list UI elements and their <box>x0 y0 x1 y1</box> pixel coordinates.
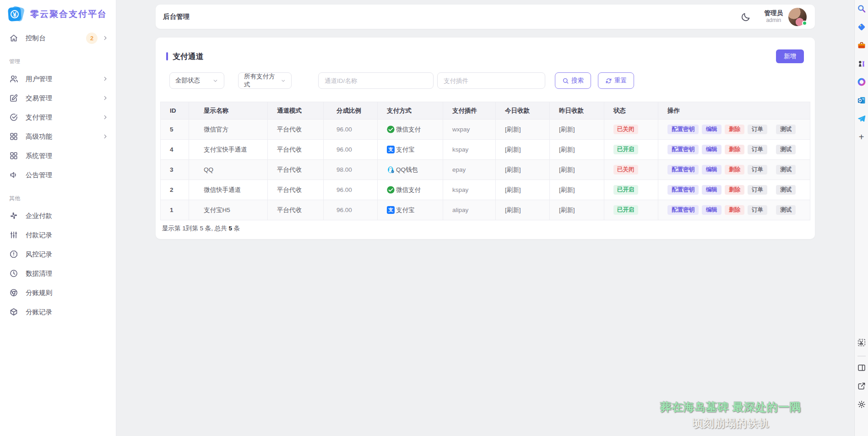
sidebar-item-split-rules[interactable]: 分账规则 <box>0 283 116 302</box>
sidebar-item-trades[interactable]: 交易管理 <box>0 88 116 108</box>
table-header-row: ID显示名称通道模式分成比例支付方式支付插件今日收款昨日收款状态操作 <box>161 102 810 120</box>
action-delete[interactable]: 删除 <box>725 125 744 134</box>
action-test[interactable]: 测试 <box>776 145 796 154</box>
action-test[interactable]: 测试 <box>776 185 796 195</box>
refresh-link[interactable]: [刷新] <box>505 207 521 213</box>
main-content: 后台管理 管理员 admin 支付通道 新增 全部状态 <box>116 0 854 436</box>
sidebar-item-data-clean[interactable]: 数据清理 <box>0 264 116 283</box>
cell-method: 微信支付 <box>387 180 438 200</box>
sidebar-item-advanced[interactable]: 高级功能 <box>0 127 116 146</box>
action-order[interactable]: 订单 <box>748 205 767 215</box>
sidebar-item-system[interactable]: 系统管理 <box>0 146 116 165</box>
action-delete[interactable]: 删除 <box>725 185 744 195</box>
action-edit[interactable]: 编辑 <box>702 165 722 174</box>
video-subtitle-overlay: 葬在海岛墓碑 最深处的一隅 顷刻崩塌的铁轨 <box>660 400 801 431</box>
action-config-key[interactable]: 配置密钥 <box>667 185 699 195</box>
tag-icon[interactable] <box>857 22 867 32</box>
sidebar-item-corp-pay[interactable]: 企业付款 <box>0 206 116 225</box>
action-order[interactable]: 订单 <box>748 165 767 174</box>
plus-icon[interactable]: + <box>857 132 867 142</box>
sidebar-item-pay-records[interactable]: 付款记录 <box>0 225 116 245</box>
status-select[interactable]: 全部状态 <box>169 72 224 89</box>
action-test[interactable]: 测试 <box>776 125 796 134</box>
cell-ratio: 96.00 <box>324 180 378 200</box>
cell-today: [刷新] <box>496 180 550 200</box>
yen-symbol: ¥ <box>10 10 19 18</box>
action-config-key[interactable]: 配置密钥 <box>667 205 699 215</box>
sidebar-item-label: 分账规则 <box>26 289 52 297</box>
cell-yesterday: [刷新] <box>550 140 604 160</box>
m365-icon[interactable] <box>857 77 867 87</box>
edit-icon <box>9 93 18 103</box>
chess-icon[interactable] <box>857 59 867 69</box>
cell-today: [刷新] <box>496 200 550 220</box>
sidebar-item-label: 公告管理 <box>26 171 52 180</box>
refresh-link[interactable]: [刷新] <box>505 126 521 133</box>
reset-button[interactable]: 重置 <box>598 72 634 89</box>
snip-icon[interactable] <box>857 338 867 348</box>
cell-ratio: 98.00 <box>324 160 378 180</box>
action-edit[interactable]: 编辑 <box>702 185 722 195</box>
search-colorful-icon[interactable] <box>857 4 867 14</box>
settings-icon[interactable] <box>857 399 867 409</box>
action-delete[interactable]: 删除 <box>725 165 744 174</box>
cell-plugin: kspay <box>443 140 496 160</box>
action-delete[interactable]: 删除 <box>725 205 744 215</box>
refresh-link[interactable]: [刷新] <box>505 166 521 173</box>
action-edit[interactable]: 编辑 <box>702 205 722 215</box>
cell-mode: 平台代收 <box>268 120 324 140</box>
sidebar-item-split-records[interactable]: 分账记录 <box>0 302 116 322</box>
cell-actions: 配置密钥编辑删除订单测试 <box>658 120 810 140</box>
refresh-link[interactable]: [刷新] <box>559 186 575 193</box>
sidebar-item-risk-records[interactable]: 风控记录 <box>0 245 116 264</box>
refresh-link[interactable]: [刷新] <box>505 186 521 193</box>
sidebar-item-payments[interactable]: 支付管理 <box>0 108 116 127</box>
status-badge: 已开启 <box>613 145 638 154</box>
cell-plugin: kspay <box>443 180 496 200</box>
refresh-link[interactable]: [刷新] <box>505 146 521 153</box>
channel-id-input[interactable] <box>325 77 427 84</box>
toolbox-icon[interactable] <box>857 40 867 50</box>
sidebar-item-users[interactable]: 用户管理 <box>0 69 116 88</box>
cell-plugin: epay <box>443 160 496 180</box>
dark-mode-toggle[interactable] <box>741 12 751 22</box>
action-order[interactable]: 订单 <box>748 145 767 154</box>
column-header: 昨日收款 <box>550 102 604 120</box>
action-config-key[interactable]: 配置密钥 <box>667 165 699 174</box>
avatar[interactable] <box>788 8 807 26</box>
refresh-link[interactable]: [刷新] <box>559 207 575 213</box>
plugin-input[interactable] <box>444 77 539 84</box>
sidebar-item-announcements[interactable]: 公告管理 <box>0 165 116 185</box>
grid-icon <box>9 151 18 160</box>
split-view-icon[interactable] <box>857 363 867 373</box>
refresh-link[interactable]: [刷新] <box>559 166 575 173</box>
cell-mode: 平台代收 <box>268 180 324 200</box>
sidebar-item-console[interactable]: 控制台2 <box>0 28 116 48</box>
action-test[interactable]: 测试 <box>776 205 796 215</box>
subtitle-line-1: 葬在海岛墓碑 最深处的一隅 <box>660 400 801 414</box>
notification-badge: 2 <box>86 33 98 44</box>
cell-actions: 配置密钥编辑删除订单测试 <box>658 160 810 180</box>
topbar: 后台管理 管理员 admin <box>156 5 815 29</box>
action-config-key[interactable]: 配置密钥 <box>667 145 699 154</box>
sidebar: ¥ 零云聚合支付平台 控制台2管理用户管理交易管理支付管理高级功能系统管理公告管… <box>0 0 116 436</box>
action-order[interactable]: 订单 <box>748 185 767 195</box>
search-button[interactable]: 搜索 <box>555 72 591 89</box>
action-edit[interactable]: 编辑 <box>702 125 722 134</box>
chrome-icon <box>9 288 18 297</box>
users-icon <box>9 74 18 83</box>
add-button[interactable]: 新增 <box>776 49 804 63</box>
refresh-link[interactable]: [刷新] <box>559 146 575 153</box>
action-config-key[interactable]: 配置密钥 <box>667 125 699 134</box>
outlook-icon[interactable] <box>857 95 867 105</box>
external-link-icon[interactable] <box>857 381 867 391</box>
action-order[interactable]: 订单 <box>748 125 767 134</box>
action-edit[interactable]: 编辑 <box>702 145 722 154</box>
cell-today: [刷新] <box>496 140 550 160</box>
method-select[interactable]: 所有支付方式 <box>238 72 292 89</box>
refresh-link[interactable]: [刷新] <box>559 126 575 133</box>
action-delete[interactable]: 删除 <box>725 145 744 154</box>
telegram-icon[interactable] <box>857 114 867 124</box>
sliders-icon <box>9 230 18 240</box>
action-test[interactable]: 测试 <box>776 165 796 174</box>
